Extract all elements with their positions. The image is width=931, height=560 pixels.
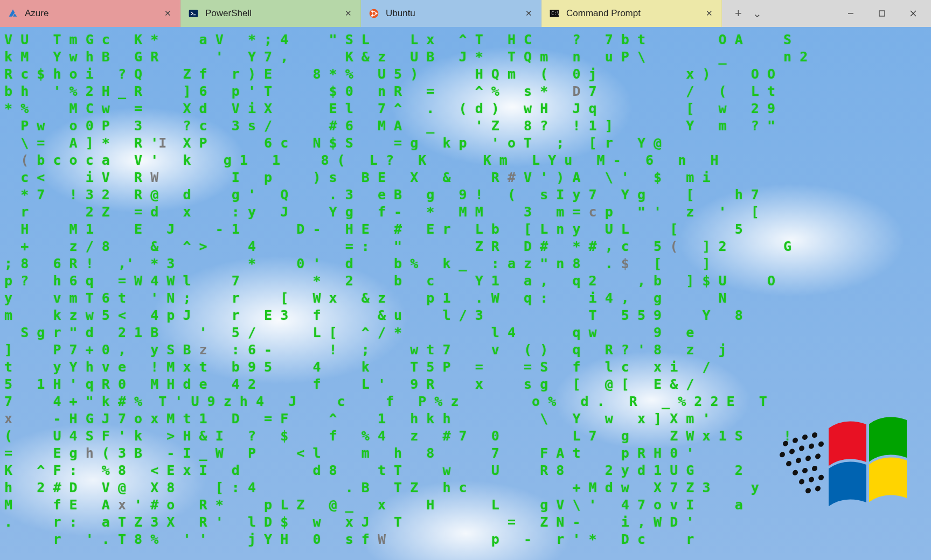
svg-rect-9: [879, 11, 885, 16]
svg-point-29: [809, 477, 814, 482]
terminal-viewport[interactable]: V U T m G c K * a V * ; 4 " S L L x ^ T …: [0, 27, 931, 560]
cmd-icon: C:\: [549, 8, 560, 19]
svg-point-13: [793, 437, 798, 443]
cmatrix-output: V U T m G c K * a V * ; 4 " S L L x ^ T …: [4, 31, 808, 548]
svg-point-19: [809, 443, 814, 449]
svg-point-17: [789, 449, 795, 454]
svg-point-25: [793, 470, 798, 475]
tab-label: Azure: [25, 8, 156, 19]
svg-point-3: [376, 12, 377, 14]
svg-point-23: [805, 456, 811, 461]
close-icon[interactable]: ✕: [524, 9, 533, 18]
close-window-button[interactable]: [898, 0, 929, 27]
svg-point-28: [799, 479, 804, 485]
svg-point-15: [812, 432, 817, 438]
titlebar-right: + ⌄: [722, 0, 931, 27]
svg-point-16: [780, 452, 785, 458]
svg-point-32: [815, 486, 821, 492]
tab-label: Ubuntu: [386, 8, 517, 19]
tab-azure[interactable]: Azure ✕: [0, 0, 180, 27]
tab-dropdown-button[interactable]: ⌄: [753, 7, 762, 20]
tab-label: PowerShell: [205, 8, 337, 19]
new-tab-button[interactable]: +: [735, 6, 742, 20]
svg-point-4: [371, 10, 373, 12]
windows-classic-logo-icon: [753, 415, 915, 544]
maximize-button[interactable]: [866, 0, 898, 27]
svg-point-26: [802, 467, 808, 473]
svg-point-24: [815, 453, 821, 459]
tab-ubuntu[interactable]: Ubuntu ✕: [361, 0, 541, 27]
svg-point-20: [818, 441, 824, 447]
svg-point-27: [812, 465, 817, 471]
close-icon[interactable]: ✕: [343, 9, 353, 18]
svg-point-21: [786, 461, 791, 467]
tab-powershell[interactable]: PowerShell ✕: [180, 0, 361, 27]
azure-icon: [8, 8, 18, 19]
tab-label: Command Prompt: [566, 8, 698, 19]
minimize-button[interactable]: [835, 0, 866, 27]
powershell-icon: [188, 8, 199, 19]
svg-point-14: [802, 434, 808, 440]
close-icon[interactable]: ✕: [704, 9, 714, 18]
svg-point-18: [799, 445, 804, 451]
svg-point-5: [371, 15, 373, 17]
ubuntu-icon: [369, 8, 379, 19]
titlebar: Azure ✕ PowerShell ✕ Ubuntu ✕ C:\ Comman…: [0, 0, 931, 27]
svg-point-31: [805, 488, 811, 494]
svg-point-12: [783, 440, 788, 446]
svg-point-30: [818, 474, 824, 480]
tab-command-prompt[interactable]: C:\ Command Prompt ✕: [541, 0, 722, 27]
svg-text:C:\: C:\: [551, 11, 559, 16]
svg-point-22: [796, 458, 801, 464]
close-icon[interactable]: ✕: [163, 9, 172, 18]
